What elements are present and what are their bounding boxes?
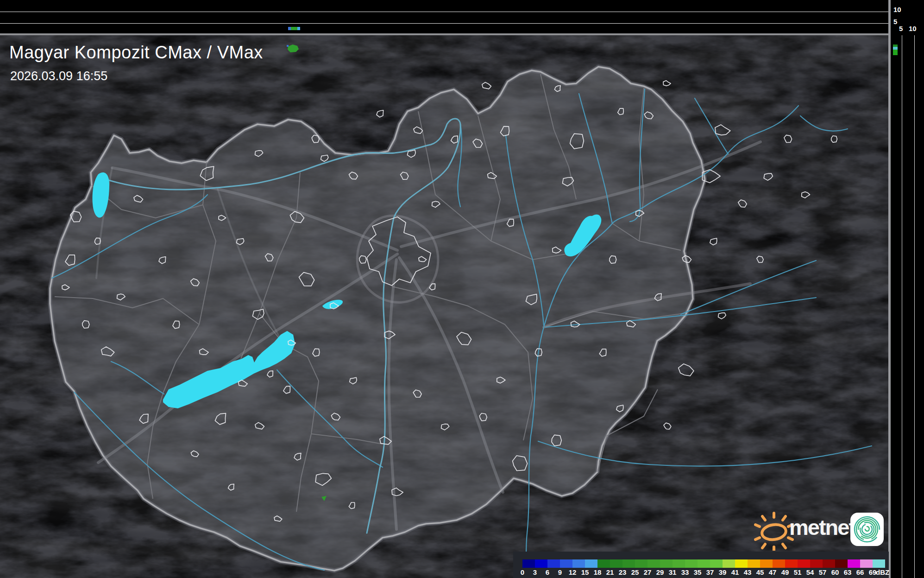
colorbar-cell-37 <box>710 559 723 568</box>
colorbar-cell-41 <box>735 559 748 568</box>
brand-text: metnet <box>789 514 855 540</box>
colorbar-label-66: 66 <box>856 568 864 576</box>
colorbar-cell-21 <box>610 559 622 568</box>
colorbar-cell-43 <box>748 559 760 568</box>
colorbar-cell-39 <box>723 559 735 568</box>
colorbar-cell-6 <box>547 559 560 568</box>
side-profile-chart <box>891 0 924 578</box>
side-profile-bar <box>893 44 898 55</box>
colorbar-cell-18 <box>597 559 610 568</box>
top-gridline-10 <box>0 12 889 12</box>
colorbar-label-21: 21 <box>606 568 614 576</box>
top-chart-ytick-10: 10 <box>893 6 901 13</box>
history-mark <box>297 27 300 30</box>
profile-bar-segment <box>893 50 898 55</box>
colorbar-label-9: 9 <box>558 568 562 576</box>
colorbar-label-15: 15 <box>581 568 589 576</box>
colorbar-label-0: 0 <box>521 568 524 576</box>
colorbar-unit-label: dBZ <box>876 568 889 576</box>
colorbar-cell-35 <box>698 559 710 568</box>
dbz-colorbar: dBZ 036912151821232527293133353739414345… <box>513 552 889 578</box>
colorbar-cell-0 <box>522 559 535 568</box>
page-title: Magyar Kompozit CMax / VMax <box>9 43 263 63</box>
echo-history-marks <box>288 27 300 30</box>
colorbar-cell-66 <box>860 559 873 568</box>
colorbar-cell-63 <box>848 559 860 568</box>
colorbar-label-47: 47 <box>769 568 777 576</box>
colorbar-cell-9 <box>560 559 572 568</box>
colorbar-label-31: 31 <box>669 568 677 576</box>
colorbar-label-39: 39 <box>719 568 727 576</box>
app-icon-tile <box>850 513 884 546</box>
colorbar-label-27: 27 <box>644 568 652 576</box>
swirl-icon <box>850 513 884 546</box>
colorbar-cell-51 <box>798 559 810 568</box>
colorbar-cell-31 <box>673 559 685 568</box>
colorbar-cell-3 <box>535 559 547 568</box>
colorbar-label-45: 45 <box>756 568 764 576</box>
colorbar-label-57: 57 <box>819 568 827 576</box>
colorbar-cell-29 <box>660 559 673 568</box>
colorbar-label-35: 35 <box>694 568 702 576</box>
colorbar-cell-23 <box>622 559 635 568</box>
colorbar-cell-57 <box>823 559 835 568</box>
radar-map-area <box>0 35 889 578</box>
colorbar-label-41: 41 <box>731 568 739 576</box>
top-profile-chart <box>0 0 889 33</box>
colorbar-cell-49 <box>785 559 798 568</box>
colorbar-cell-15 <box>585 559 597 568</box>
colorbar-cell-27 <box>647 559 660 568</box>
horizontal-separator <box>0 33 924 35</box>
colorbar-cell-33 <box>685 559 698 568</box>
top-chart-ytick-5: 5 <box>893 19 897 25</box>
side-gridline-5 <box>902 35 902 578</box>
colorbar-label-49: 49 <box>781 568 789 576</box>
colorbar-cell-54 <box>810 559 823 568</box>
colorbar-label-29: 29 <box>656 568 664 576</box>
colorbar-cell-47 <box>773 559 785 568</box>
colorbar-label-6: 6 <box>546 568 549 576</box>
timestamp: 2026.03.09 16:55 <box>10 69 107 83</box>
colorbar-cells <box>522 559 885 568</box>
colorbar-cell-60 <box>835 559 848 568</box>
side-chart-xtick-5: 5 <box>899 25 903 32</box>
colorbar-label-51: 51 <box>794 568 802 576</box>
colorbar-label-54: 54 <box>806 568 814 576</box>
colorbar-label-63: 63 <box>844 568 852 576</box>
metnet-logo: metnet <box>750 508 886 549</box>
side-gridline-10 <box>914 35 915 578</box>
radar-echo-north-blue <box>287 45 289 47</box>
colorbar-label-43: 43 <box>744 568 752 576</box>
colorbar-label-25: 25 <box>631 568 639 576</box>
colorbar-cell-45 <box>760 559 773 568</box>
colorbar-label-69: 69 <box>869 568 877 576</box>
colorbar-label-3: 3 <box>533 568 537 576</box>
side-chart-xtick-10: 10 <box>909 25 917 32</box>
colorbar-label-33: 33 <box>681 568 689 576</box>
history-mark <box>291 27 295 30</box>
colorbar-label-18: 18 <box>594 568 602 576</box>
terrain-highlight <box>0 35 889 578</box>
colorbar-cell-12 <box>572 559 585 568</box>
colorbar-label-23: 23 <box>619 568 627 576</box>
colorbar-label-37: 37 <box>706 568 714 576</box>
sun-icon <box>754 511 794 551</box>
colorbar-label-12: 12 <box>569 568 577 576</box>
vertical-separator <box>888 0 891 578</box>
hungary-map-svg <box>0 35 889 578</box>
colorbar-cell-69 <box>873 559 885 568</box>
colorbar-cell-25 <box>635 559 647 568</box>
top-gridline-5 <box>0 23 889 24</box>
colorbar-label-60: 60 <box>831 568 839 576</box>
